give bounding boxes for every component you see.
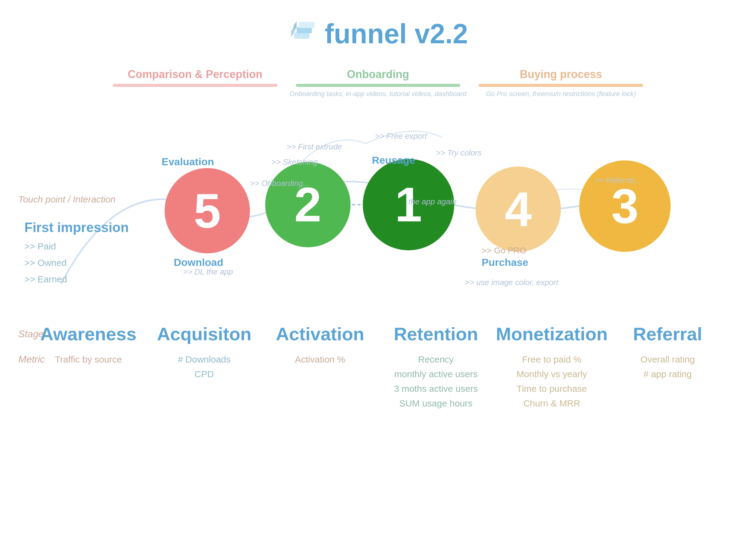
phase-onboarding: Onboarding Onboarding tasks, in-app vide… xyxy=(286,68,470,98)
phase-onboarding-bar xyxy=(296,84,460,87)
label-reusage: Reusage xyxy=(372,154,415,166)
metric-monetization: Free to paid % Monthly vs yearly Time to… xyxy=(494,352,610,411)
page-title: funnel v2.2 xyxy=(325,18,468,50)
circle-4: 4 xyxy=(475,166,561,252)
label-download: Download xyxy=(174,256,223,268)
metric-awareness: Traffic by source xyxy=(31,352,146,367)
metric-activation: Activation % xyxy=(262,352,378,367)
stage-referral: Referral xyxy=(610,323,725,345)
interaction-use-image: >> use image color, export xyxy=(465,278,558,287)
first-impression: First impression >> Paid >> Owned >> Ear… xyxy=(24,220,129,288)
svg-rect-0 xyxy=(294,33,310,39)
interaction-onboarding: >> Onboarding... xyxy=(250,179,310,188)
metric-acquisition: # Downloads CPD xyxy=(146,352,262,381)
phase-onboarding-label: Onboarding xyxy=(286,68,470,81)
phase-buying-label: Buying process xyxy=(470,68,652,81)
phase-buying-desc: Go Pro screen, freemium restrictions (fe… xyxy=(470,90,652,98)
svg-rect-2 xyxy=(299,22,314,28)
phase-buying: Buying process Go Pro screen, freemium r… xyxy=(470,68,652,98)
interaction-free-export: >> Free export xyxy=(375,131,427,141)
funnel-area: Touch point / Interaction 5 Evaluation D… xyxy=(0,107,756,321)
interaction-first-extrude: >> First extrude xyxy=(286,142,342,152)
circle-3: 3 xyxy=(579,160,671,252)
svg-marker-4 xyxy=(294,21,297,32)
pro-label: >> Go PRO xyxy=(482,246,526,256)
referral-top-label: >> Referral... xyxy=(594,176,641,185)
phase-comparison-bar xyxy=(113,84,277,87)
touchpoint-label: Touch point / Interaction xyxy=(18,192,116,206)
label-evaluation: Evaluation xyxy=(162,156,214,168)
interaction-dl-app: >> DL the app xyxy=(183,267,233,277)
header: funnel v2.2 xyxy=(0,0,756,50)
first-impression-items: >> Paid >> Owned >> Earned xyxy=(24,238,129,288)
metric-retention: Recency monthly active users 3 moths act… xyxy=(378,352,494,411)
stage-meta-label: Stage xyxy=(18,328,44,340)
metric-meta-label: Metric xyxy=(18,354,45,365)
stage-acquisition: Acquisiton xyxy=(146,323,262,345)
phase-onboarding-desc: Onboarding tasks, in-app videos, tutoria… xyxy=(286,90,470,98)
interaction-app-again: the app again xyxy=(409,197,457,207)
metric-referral: Overall rating # app rating xyxy=(610,352,725,381)
logo-icon xyxy=(288,20,318,48)
interaction-sketching: >> Sketching xyxy=(271,157,318,167)
circle-5: 5 xyxy=(165,168,250,253)
stage-activation: Activation xyxy=(262,323,378,345)
metric-row: Metric Traffic by source # Downloads CPD… xyxy=(0,352,756,411)
stage-retention: Retention xyxy=(378,323,494,345)
phase-buying-bar xyxy=(479,84,643,87)
phases-row: Comparison & Perception Onboarding Onboa… xyxy=(0,68,756,98)
stage-awareness: Awareness xyxy=(31,323,146,345)
circle-2: 2 xyxy=(265,162,351,247)
stage-row: Stage Awareness Acquisiton Activation Re… xyxy=(0,323,756,345)
phase-comparison-label: Comparison & Perception xyxy=(104,68,286,81)
first-impression-title: First impression xyxy=(24,220,129,235)
stage-monetization: Monetization xyxy=(494,323,610,345)
interaction-try-colors: >> Try colors xyxy=(436,148,482,158)
label-purchase: Purchase xyxy=(482,256,528,268)
phase-comparison: Comparison & Perception xyxy=(104,68,286,98)
